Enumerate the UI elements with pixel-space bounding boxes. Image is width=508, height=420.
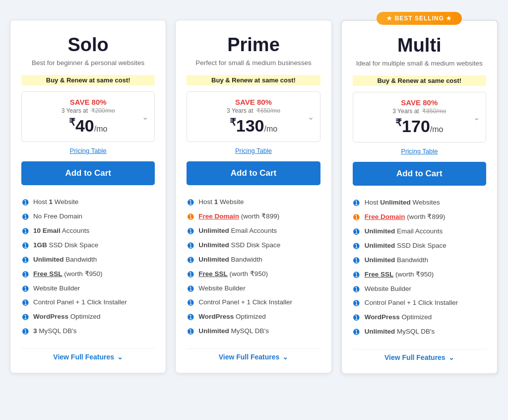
view-features-prime[interactable]: View Full Features ⌄ <box>187 349 320 361</box>
add-to-cart-btn-multi[interactable]: Add to Cart <box>353 162 486 186</box>
feature-highlight: Unlimited <box>198 327 229 335</box>
feature-icon: ➊ <box>187 284 194 292</box>
feature-icon: ➊ <box>21 241 29 249</box>
feature-item: ➊Control Panel + 1 Click Installer <box>187 295 320 310</box>
years-price-multi: 3 Years at ₹850/mo <box>360 108 479 115</box>
feature-icon: ➊ <box>353 227 361 235</box>
feature-item: ➊Host 1 Website <box>187 195 320 210</box>
save-label-prime: SAVE 80% <box>194 98 313 106</box>
feature-icon: ➊ <box>353 256 361 264</box>
save-label-solo: SAVE 80% <box>29 98 147 106</box>
feature-list-solo: ➊Host 1 Website➊No Free Domain➊10 Email … <box>21 195 155 339</box>
buy-renew-prime: Buy & Renew at same cost! <box>187 75 320 85</box>
feature-item: ➊Unlimited Bandwidth <box>21 253 155 267</box>
feature-item: ➊Free SSL (worth ₹950) <box>353 268 486 282</box>
feature-item: ➊WordPress Optimized <box>187 310 320 324</box>
add-to-cart-btn-prime[interactable]: Add to Cart <box>187 161 320 185</box>
current-price-prime: ₹130/mo <box>194 116 313 136</box>
plan-subtitle-multi: Ideal for multiple small & medium websit… <box>353 59 486 69</box>
plan-subtitle-prime: Perfect for small & medium businesses <box>187 59 320 68</box>
feature-item: ➊Free Domain (worth ₹899) <box>187 210 320 224</box>
price-box-multi: SAVE 80% 3 Years at ₹850/mo ₹170/mo ⌄ <box>353 92 486 142</box>
price-box-solo: SAVE 80% 3 Years at ₹200/mo ₹40/mo ⌄ <box>21 91 155 142</box>
feature-highlight: Unlimited <box>365 227 395 235</box>
feature-highlight: Unlimited <box>365 256 395 264</box>
feature-highlight: Free SSL <box>33 270 63 278</box>
plan-title-solo: Solo <box>21 34 155 56</box>
feature-item: ➊1GB SSD Disk Space <box>21 238 155 253</box>
feature-highlight: 1 <box>49 198 53 206</box>
feature-icon: ➊ <box>353 299 361 307</box>
price-dropdown-prime[interactable]: ⌄ <box>308 112 314 122</box>
feature-item: ➊WordPress Optimized <box>21 310 155 324</box>
feature-highlight: Unlimited <box>380 199 411 206</box>
buy-renew-solo: Buy & Renew at same cost! <box>21 75 155 85</box>
feature-icon: ➊ <box>187 328 194 336</box>
feature-item: ➊Unlimited SSD Disk Space <box>187 238 320 253</box>
add-to-cart-btn-solo[interactable]: Add to Cart <box>21 161 155 185</box>
feature-highlight: Unlimited <box>33 256 64 263</box>
feature-item: ➊Website Builder <box>187 281 320 296</box>
view-features-multi[interactable]: View Full Features ⌄ <box>353 349 486 361</box>
chevron-down-icon: ⌄ <box>448 353 454 361</box>
feature-item: ➊Website Builder <box>353 282 486 296</box>
feature-highlight: Unlimited <box>198 241 229 249</box>
feature-highlight: 3 <box>33 327 37 335</box>
feature-highlight: WordPress <box>198 313 234 320</box>
feature-highlight: 1 <box>214 198 218 206</box>
feature-list-prime: ➊Host 1 Website➊Free Domain (worth ₹899)… <box>187 195 320 339</box>
feature-icon: ➊ <box>353 242 361 250</box>
plan-title-multi: Multi <box>353 35 486 56</box>
view-features-label: View Full Features <box>384 353 445 361</box>
feature-item: ➊No Free Domain <box>21 210 155 224</box>
feature-highlight: WordPress <box>33 313 68 320</box>
feature-icon: ➊ <box>21 227 29 235</box>
feature-highlight: Unlimited <box>365 242 395 249</box>
feature-icon: ➊ <box>353 213 361 221</box>
feature-icon: ➊ <box>187 270 194 278</box>
feature-item: ➊Unlimited MySQL DB's <box>353 325 486 339</box>
feature-icon: ➊ <box>187 256 194 264</box>
feature-item: ➊Unlimited SSD Disk Space <box>353 239 486 253</box>
feature-icon: ➊ <box>187 241 194 249</box>
feature-item: ➊10 Email Accounts <box>21 224 155 238</box>
feature-icon: ➊ <box>21 284 29 292</box>
chevron-down-icon: ⌄ <box>117 353 123 361</box>
price-dropdown-multi[interactable]: ⌄ <box>473 113 480 122</box>
pricing-table-link-prime[interactable]: Pricing Table <box>187 147 320 154</box>
feature-icon: ➊ <box>353 328 361 336</box>
feature-highlight: Free Domain <box>365 213 405 220</box>
save-label-multi: SAVE 80% <box>360 98 479 107</box>
feature-highlight: WordPress <box>365 313 400 321</box>
feature-icon: ➊ <box>187 313 194 321</box>
feature-highlight: Unlimited <box>365 328 395 335</box>
view-features-label: View Full Features <box>219 353 280 361</box>
pricing-table-link-solo[interactable]: Pricing Table <box>21 147 155 154</box>
feature-icon: ➊ <box>21 270 29 278</box>
feature-item: ➊Unlimited Bandwidth <box>353 253 486 268</box>
feature-item: ➊Control Panel + 1 Click Installer <box>21 295 155 310</box>
feature-item: ➊Free Domain (worth ₹899) <box>353 210 486 224</box>
feature-highlight: 1GB <box>33 241 47 249</box>
feature-highlight: Unlimited <box>198 227 229 234</box>
current-price-multi: ₹170/mo <box>360 117 479 136</box>
plans-container: SoloBest for beginner & personal website… <box>10 20 498 374</box>
view-features-solo[interactable]: View Full Features ⌄ <box>21 349 155 361</box>
plan-card-multi: ★ BEST SELLING ★MultiIdeal for multiple … <box>341 20 498 374</box>
feature-icon: ➊ <box>353 199 361 207</box>
feature-icon: ➊ <box>21 256 29 264</box>
feature-highlight: Unlimited <box>198 256 229 263</box>
pricing-table-link-multi[interactable]: Pricing Table <box>353 147 486 155</box>
plan-card-solo: SoloBest for beginner & personal website… <box>10 20 166 373</box>
feature-icon: ➊ <box>21 299 29 307</box>
feature-item: ➊Free SSL (worth ₹950) <box>187 267 320 281</box>
plan-title-prime: Prime <box>187 34 320 56</box>
years-price-solo: 3 Years at ₹200/mo <box>29 107 147 114</box>
price-dropdown-solo[interactable]: ⌄ <box>142 112 148 122</box>
price-box-prime: SAVE 80% 3 Years at ₹650/mo ₹130/mo ⌄ <box>187 91 320 142</box>
feature-item: ➊Host 1 Website <box>21 195 155 210</box>
feature-icon: ➊ <box>21 199 29 207</box>
feature-icon: ➊ <box>21 213 29 221</box>
feature-item: ➊Host Unlimited Websites <box>353 196 486 210</box>
feature-item: ➊3 MySQL DB's <box>21 324 155 339</box>
